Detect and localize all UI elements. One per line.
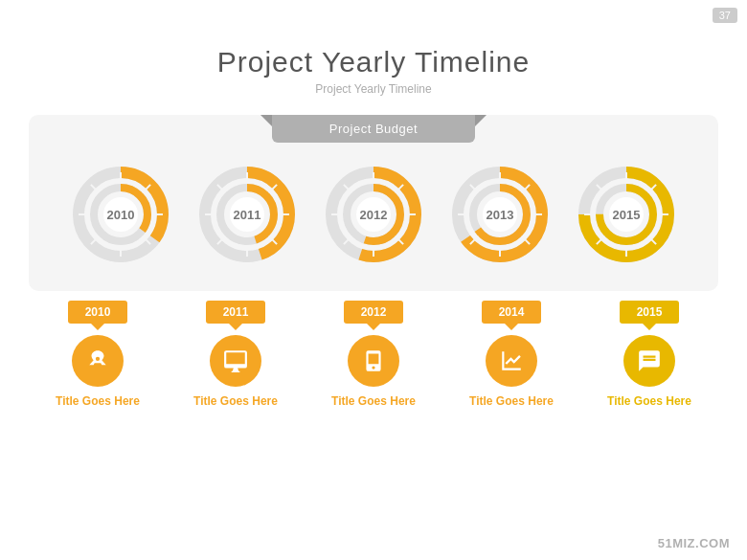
watermark: 51MIZ.COM bbox=[658, 536, 730, 550]
donut-label-2010: 2010 bbox=[107, 208, 135, 222]
icon-circle-2010 bbox=[72, 335, 124, 387]
year-tag-2011: 2011 bbox=[206, 301, 266, 324]
donut-2010: 2010 bbox=[68, 162, 173, 267]
year-tag-2010: 2010 bbox=[68, 301, 128, 324]
bottom-section: 2010 Title Goes Here 2011 Title Goes Her… bbox=[0, 291, 747, 410]
donut-2013: 2013 bbox=[447, 162, 553, 267]
donut-label-2013: 2013 bbox=[487, 208, 514, 222]
chart-2011: 2011 bbox=[194, 162, 300, 267]
item-title-2012: Title Goes Here bbox=[331, 394, 416, 410]
icon-circle-2011 bbox=[210, 335, 261, 387]
budget-banner-label: Project Budget bbox=[272, 115, 475, 143]
bottom-item-2012: 2012 Title Goes Here bbox=[316, 301, 431, 410]
item-title-2011: Title Goes Here bbox=[193, 394, 278, 410]
page-number: 37 bbox=[713, 8, 737, 23]
mobile-icon bbox=[361, 348, 386, 373]
year-tag-2014: 2014 bbox=[482, 301, 542, 324]
icon-circle-2014 bbox=[486, 335, 537, 387]
year-tag-2015: 2015 bbox=[620, 301, 680, 324]
bottom-item-2011: 2011 Title Goes Here bbox=[178, 301, 293, 410]
chart-2010: 2010 bbox=[68, 162, 173, 267]
chart-icon bbox=[499, 348, 524, 373]
budget-banner: Project Budget bbox=[48, 115, 699, 143]
chart-2012: 2012 bbox=[321, 162, 426, 267]
donut-2011: 2011 bbox=[194, 162, 300, 267]
donut-label-2012: 2012 bbox=[360, 208, 388, 222]
chart-2013: 2013 bbox=[447, 162, 553, 267]
donut-2015: 2015 bbox=[574, 162, 679, 267]
header: Project Yearly Timeline Project Yearly T… bbox=[0, 0, 747, 96]
year-tag-2012: 2012 bbox=[344, 301, 404, 324]
chart-2015: 2015 bbox=[574, 162, 679, 267]
bottom-item-2014: 2014 Title Goes Here bbox=[454, 301, 569, 410]
handshake-icon bbox=[85, 348, 110, 373]
bottom-item-2010: 2010 Title Goes Here bbox=[40, 301, 155, 410]
bottom-item-2015: 2015 Title Goes Here bbox=[592, 301, 707, 410]
donut-label-2015: 2015 bbox=[613, 208, 641, 222]
chat-icon bbox=[637, 348, 662, 373]
icon-circle-2012 bbox=[348, 335, 399, 387]
item-title-2010: Title Goes Here bbox=[56, 394, 140, 410]
item-title-2014: Title Goes Here bbox=[469, 394, 554, 410]
icon-circle-2015 bbox=[623, 335, 675, 387]
donut-label-2011: 2011 bbox=[234, 208, 261, 222]
donut-2012: 2012 bbox=[321, 162, 426, 267]
item-title-2015: Title Goes Here bbox=[607, 394, 691, 410]
monitor-icon bbox=[223, 348, 248, 373]
page-title: Project Yearly Timeline bbox=[0, 46, 747, 78]
main-card: Project Budget bbox=[29, 115, 718, 291]
page-subtitle: Project Yearly Timeline bbox=[0, 82, 747, 96]
charts-row: 2010 bbox=[48, 152, 699, 272]
